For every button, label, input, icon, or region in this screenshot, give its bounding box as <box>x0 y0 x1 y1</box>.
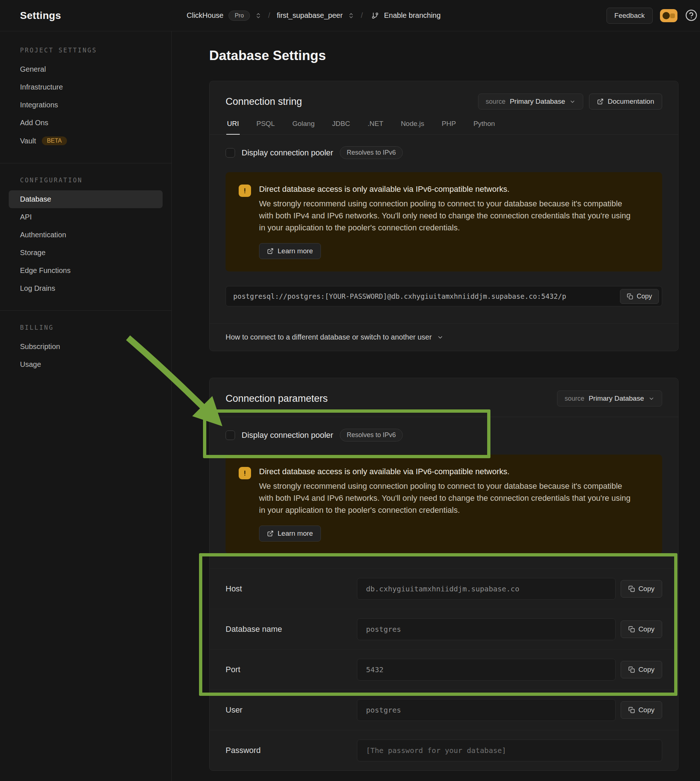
connection-uri-field[interactable]: postgresql://postgres:[YOUR-PASSWORD]@db… <box>225 286 662 306</box>
tab-php[interactable]: PHP <box>441 120 457 135</box>
warning-icon <box>239 185 251 197</box>
field-row-host: Host db.cxhygiuitamxhniiddjm.supabase.co… <box>210 569 678 609</box>
main-content: Database Settings Connection string sour… <box>172 31 700 781</box>
sidebar-item-general[interactable]: General <box>0 60 172 78</box>
copy-icon <box>627 293 633 300</box>
port-value[interactable]: 5432 <box>357 659 616 681</box>
user-value[interactable]: postgres <box>357 699 616 721</box>
host-value[interactable]: db.cxhygiuitamxhniiddjm.supabase.co <box>357 578 616 600</box>
breadcrumb-org[interactable]: ClickHouse <box>187 11 223 20</box>
source-select-label: source <box>486 98 505 105</box>
copy-button-label: Copy <box>638 625 655 633</box>
sidebar-item-integrations[interactable]: Integrations <box>0 96 172 114</box>
connect-help-label: How to connect to a different database o… <box>225 333 432 341</box>
learn-more-button[interactable]: Learn more <box>259 243 321 259</box>
sidebar-item-label: Log Drains <box>20 284 55 293</box>
source-select[interactable]: source Primary Database <box>478 93 583 110</box>
sidebar-item-add-ons[interactable]: Add Ons <box>0 114 172 132</box>
source-select-value: Primary Database <box>589 394 644 402</box>
plan-badge: Pro <box>228 10 250 21</box>
copy-button[interactable]: Copy <box>620 289 659 304</box>
field-row-user: User postgres Copy <box>210 690 678 730</box>
connect-help-toggle[interactable]: How to connect to a different database o… <box>210 323 678 351</box>
avatar-glyph <box>670 13 675 18</box>
sidebar-item-label: API <box>20 213 32 221</box>
sidebar-item-subscription[interactable]: Subscription <box>0 338 172 355</box>
sidebar-item-label: Storage <box>20 249 45 257</box>
sidebar-item-label: Infrastructure <box>20 83 63 91</box>
sidebar-item-edge-functions[interactable]: Edge Functions <box>0 262 172 279</box>
alert-title: Direct database access is only available… <box>259 467 637 476</box>
sidebar-item-authentication[interactable]: Authentication <box>0 226 172 244</box>
sidebar-item-label: General <box>20 65 46 73</box>
copy-icon <box>628 626 635 632</box>
password-value[interactable]: [The password for your database] <box>357 739 662 761</box>
sidebar-divider <box>0 163 172 164</box>
feedback-button[interactable]: Feedback <box>607 8 653 23</box>
field-row-database-name: Database name postgres Copy <box>210 609 678 649</box>
chevron-down-icon <box>569 98 575 105</box>
copy-button[interactable]: Copy <box>621 580 662 597</box>
database-name-value[interactable]: postgres <box>357 618 616 640</box>
sidebar-item-label: Add Ons <box>20 118 48 127</box>
sidebar-item-vault[interactable]: Vault BETA <box>0 132 172 150</box>
sidebar-item-infrastructure[interactable]: Infrastructure <box>0 78 172 96</box>
sidebar-section-project-settings: PROJECT SETTINGS <box>0 47 172 54</box>
ipv6-alert: Direct database access is only available… <box>225 172 662 272</box>
copy-icon <box>628 586 635 592</box>
external-link-icon <box>267 530 273 537</box>
external-link-icon <box>267 248 273 254</box>
sidebar-item-storage[interactable]: Storage <box>0 244 172 262</box>
copy-button[interactable]: Copy <box>621 621 662 638</box>
copy-button[interactable]: Copy <box>621 661 662 678</box>
field-label: User <box>225 705 357 715</box>
copy-button-label: Copy <box>638 666 655 674</box>
sidebar-item-usage[interactable]: Usage <box>0 355 172 374</box>
sidebar-section-billing: BILLING <box>0 324 172 331</box>
tab-nodejs[interactable]: Node.js <box>400 120 425 135</box>
connection-parameters-title: Connection parameters <box>225 393 328 404</box>
pooler-checkbox[interactable] <box>225 431 235 440</box>
sidebar-item-label: Integrations <box>20 101 58 109</box>
copy-button[interactable]: Copy <box>621 701 662 719</box>
help-icon[interactable] <box>685 9 698 22</box>
alert-body: We strongly recommend using connection p… <box>259 480 637 516</box>
chevron-up-down-icon[interactable] <box>255 12 262 19</box>
breadcrumb-project[interactable]: first_supabase_peer <box>277 11 343 20</box>
source-select[interactable]: source Primary Database <box>557 390 662 407</box>
sidebar-item-label: Vault <box>20 137 36 145</box>
tab-python[interactable]: Python <box>473 120 495 135</box>
tab-golang[interactable]: Golang <box>292 120 315 135</box>
feedback-button-label: Feedback <box>615 12 645 20</box>
connection-string-tabs: URI PSQL Golang JDBC .NET Node.js PHP Py… <box>210 120 678 135</box>
copy-icon <box>628 666 635 673</box>
chevron-up-down-icon[interactable] <box>348 12 354 19</box>
pooler-checkbox[interactable] <box>225 148 235 158</box>
user-avatar[interactable] <box>660 9 677 22</box>
sidebar-item-api[interactable]: API <box>0 208 172 226</box>
sidebar-item-label: Authentication <box>20 231 66 239</box>
field-row-password: Password [The password for your database… <box>210 730 678 771</box>
external-link-icon <box>597 98 603 105</box>
beta-badge: BETA <box>42 137 67 145</box>
documentation-button[interactable]: Documentation <box>589 93 662 110</box>
tab-uri[interactable]: URI <box>226 120 240 135</box>
enable-branching-button[interactable]: Enable branching <box>384 11 441 20</box>
learn-more-button[interactable]: Learn more <box>259 526 321 542</box>
tab-dotnet[interactable]: .NET <box>367 120 384 135</box>
chevron-down-icon <box>437 334 443 340</box>
tab-jdbc[interactable]: JDBC <box>332 120 351 135</box>
sidebar-item-database[interactable]: Database <box>9 190 163 208</box>
sidebar-item-label: Edge Functions <box>20 266 71 275</box>
pooler-label: Display connection pooler <box>242 431 333 440</box>
tab-psql[interactable]: PSQL <box>256 120 276 135</box>
settings-sidebar: PROJECT SETTINGS General Infrastructure … <box>0 31 172 781</box>
sidebar-item-log-drains[interactable]: Log Drains <box>0 279 172 297</box>
copy-icon <box>628 707 635 713</box>
source-select-label: source <box>565 395 584 402</box>
connection-parameters-fields: Host db.cxhygiuitamxhniiddjm.supabase.co… <box>210 569 678 771</box>
connection-parameters-card: Connection parameters source Primary Dat… <box>209 378 678 771</box>
sidebar-divider <box>0 310 172 311</box>
page-title: Database Settings <box>209 48 700 63</box>
connection-uri-value: postgresql://postgres:[YOUR-PASSWORD]@db… <box>233 292 616 300</box>
